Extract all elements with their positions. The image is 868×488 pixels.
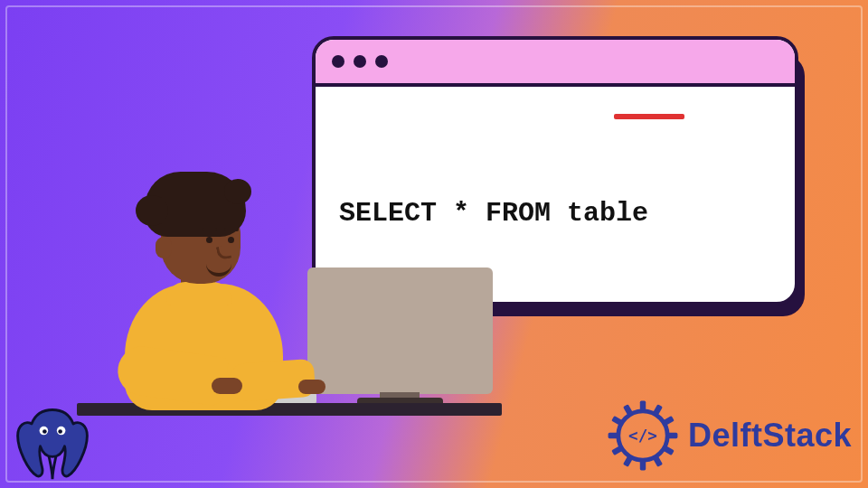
postgresql-logo-icon [9,399,96,486]
window-titlebar [316,40,795,87]
person-ear [156,237,172,258]
svg-rect-5 [640,401,646,411]
person-eyebrow [203,228,217,231]
traffic-dot-icon [375,55,388,68]
delftstack-gear-icon: </> [607,399,679,472]
svg-rect-11 [640,460,646,470]
delftstack-logo: </> DelftStack [607,399,852,472]
hero-graphic: SELECT * FROM table WHERE col_name = cas… [0,0,868,488]
person-eyebrow [224,228,239,231]
svg-text:</>: </> [628,427,657,445]
traffic-dot-icon [332,55,344,68]
svg-rect-8 [667,433,677,438]
monitor-back-icon [307,267,493,394]
error-underline [614,114,684,119]
person-hand [212,378,242,394]
person-eye [206,237,212,243]
traffic-dot-icon [354,55,366,68]
code-line-1: SELECT * FROM table [339,192,771,235]
svg-rect-14 [609,433,618,438]
person-hand [298,380,326,394]
person-eye [228,237,234,243]
delftstack-wordmark: DelftStack [688,417,852,455]
shirt-collar [166,282,231,305]
svg-point-3 [58,429,62,434]
svg-point-2 [42,429,47,434]
code-window: SELECT * FROM table WHERE col_name = cas… [312,36,798,305]
